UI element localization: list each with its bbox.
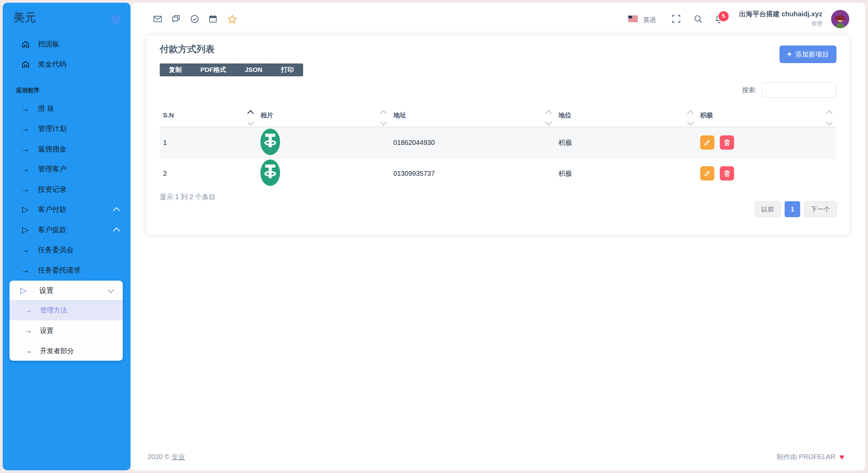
sort-asc-icon	[247, 110, 254, 117]
sidebar-item-client-payments[interactable]: ▷ 客户付款	[3, 201, 131, 217]
chat-icon[interactable]	[171, 14, 181, 24]
user-menu[interactable]: 出海平台搭建 chuhaidj.xyz 管理	[739, 10, 822, 27]
sidebar-pin-icon[interactable]	[111, 14, 121, 24]
sidebar-item-label: 返佣佣金	[38, 144, 66, 154]
fullscreen-icon[interactable]	[672, 14, 681, 24]
edit-button[interactable]	[700, 135, 714, 150]
cell-actions	[697, 158, 836, 189]
edit-button[interactable]	[700, 166, 714, 181]
sidebar-subitem-label: 管理方法	[40, 306, 67, 315]
star-icon[interactable]	[227, 14, 237, 24]
column-header-address[interactable]: 地址	[390, 108, 555, 127]
search-icon[interactable]	[693, 14, 703, 24]
table-search: 搜索:	[742, 82, 836, 98]
chevron-up-icon	[113, 227, 120, 234]
sidebar-item-slider[interactable]: → 滑 块	[3, 100, 131, 117]
sidebar-subitem-label: 设置	[40, 326, 54, 335]
user-role: 管理	[739, 20, 822, 27]
footer-made-by: 制作由 PROFELAR ♥	[776, 452, 844, 461]
arrow-right-icon: →	[25, 347, 34, 354]
sidebar-item-label: 奖金代码	[38, 59, 66, 69]
sort-desc-icon	[247, 119, 254, 126]
sidebar-item-investment-log[interactable]: → 投资记录	[3, 181, 131, 197]
sort-desc-icon	[380, 119, 387, 126]
current-page-button[interactable]: 1	[785, 201, 800, 217]
notification-badge: 5	[718, 11, 729, 22]
mail-icon[interactable]	[153, 14, 162, 24]
heart-icon: ♥	[840, 453, 844, 461]
column-header-status[interactable]: 地位	[555, 108, 697, 127]
search-input[interactable]	[762, 82, 836, 98]
sort-desc-icon	[545, 119, 552, 126]
main-panel: 英语 5 出海平台搭建 chuhaidj.xyz 管理 付款方式列表 复制 PD…	[131, 3, 865, 470]
sidebar-item-task-committee[interactable]: → 任务委员会	[3, 242, 131, 258]
us-flag-icon[interactable]	[628, 16, 638, 22]
triangle-icon: ▷	[20, 286, 32, 295]
pdf-button[interactable]: PDF格式	[191, 63, 236, 76]
add-new-item-button[interactable]: + 添加新项目	[780, 45, 836, 63]
sidebar-item-manage-clients[interactable]: → 管理客户	[3, 161, 131, 177]
avatar[interactable]	[831, 10, 849, 28]
cell-photo	[257, 127, 390, 158]
json-button[interactable]: JSON	[236, 63, 272, 76]
next-page-button[interactable]: 下一个	[804, 201, 836, 217]
arrow-right-icon: →	[25, 327, 34, 334]
sidebar-item-task-requests[interactable]: → 任务委托请求	[3, 262, 131, 278]
sort-asc-icon	[380, 110, 387, 117]
sidebar-item-settings-group[interactable]: ▷ 设置	[9, 281, 123, 300]
sidebar-item-referral-commission[interactable]: → 返佣佣金	[3, 141, 131, 157]
column-header-active[interactable]: 积极	[697, 108, 836, 127]
arrow-right-icon: →	[20, 165, 31, 173]
delete-button[interactable]	[720, 166, 734, 181]
column-header-photo[interactable]: 相片	[257, 108, 390, 127]
search-label: 搜索:	[742, 86, 757, 95]
sidebar-item-label: 投资记录	[38, 185, 66, 194]
settings-group: ▷ 设置 → 管理方法 → 设置 → 开发者部分	[9, 281, 123, 361]
column-label: 积极	[700, 112, 713, 119]
print-button[interactable]: 打印	[272, 63, 303, 76]
column-label: S.N	[163, 112, 174, 119]
sidebar-subitem-manage-methods[interactable]: → 管理方法	[9, 300, 123, 320]
arrow-right-icon: →	[20, 266, 31, 274]
sidebar-item-bonus-code[interactable]: 奖金代码	[3, 56, 131, 72]
sidebar-subitem-label: 开发者部分	[40, 346, 74, 356]
tether-logo	[260, 180, 280, 187]
arrow-right-icon: →	[20, 105, 31, 113]
table-header-row: S.N 相片 地址 地位 积极	[160, 108, 836, 127]
arrow-right-icon: →	[25, 307, 34, 314]
cell-status: 积极	[555, 127, 697, 158]
table-row: 2 01309935737 积极	[160, 158, 836, 189]
sort-desc-icon	[687, 119, 694, 126]
arrow-right-icon: →	[20, 185, 31, 193]
cell-sn: 2	[160, 158, 257, 189]
previous-page-button[interactable]: 以前	[755, 201, 781, 217]
arrow-right-icon: →	[20, 145, 31, 153]
chevron-up-icon	[113, 207, 120, 214]
sort-asc-icon	[545, 110, 552, 117]
calendar-icon[interactable]	[208, 14, 218, 24]
sidebar-item-label: 管理计划	[38, 124, 66, 133]
footer: 2020 © 专业 制作由 PROFELAR ♥	[147, 452, 844, 461]
column-header-sn[interactable]: S.N	[160, 108, 257, 127]
sidebar-item-label: 客户付款	[38, 205, 66, 214]
notifications-bell-icon[interactable]: 5	[714, 14, 724, 23]
plus-icon: +	[787, 50, 792, 58]
sidebar-item-client-withdrawals[interactable]: ▷ 客户提款	[3, 222, 131, 238]
sidebar-item-manage-plan[interactable]: → 管理计划	[3, 120, 131, 137]
sidebar-subitem-settings[interactable]: → 设置	[9, 320, 123, 341]
footer-brand-link[interactable]: 专业	[171, 453, 185, 460]
check-circle-icon[interactable]	[190, 14, 199, 24]
language-selector[interactable]: 英语	[643, 16, 656, 24]
payment-methods-table: S.N 相片 地址 地位 积极 1 01862044930 积极	[160, 108, 836, 189]
table-summary: 显示 1 到 2 个条目	[160, 192, 215, 202]
column-label: 地位	[558, 112, 571, 119]
delete-button[interactable]	[720, 135, 734, 150]
sidebar-item-dashboard[interactable]: 挡泥板	[3, 36, 131, 52]
user-name: 出海平台搭建 chuhaidj.xyz	[739, 10, 822, 19]
cell-photo	[257, 158, 390, 189]
copy-button[interactable]: 复制	[160, 63, 191, 76]
tether-logo	[260, 149, 280, 156]
sidebar-subitem-developer-section[interactable]: → 开发者部分	[9, 341, 123, 361]
made-by-text: 制作由 PROFELAR	[776, 452, 835, 461]
sidebar: 美元 挡泥板 奖金代码 应用程序 → 滑 块 → 管理计划 → 返佣佣金 → 管…	[3, 3, 131, 470]
